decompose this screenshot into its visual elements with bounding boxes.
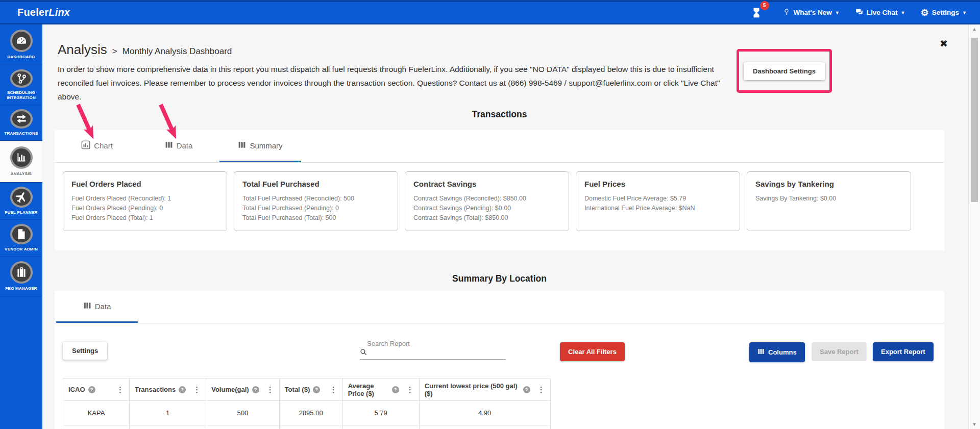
airplane-icon [10,187,33,208]
chevron-down-icon: ▾ [836,10,839,15]
sidebar-item-vendor-admin[interactable]: VENDOR ADMIN [0,220,42,257]
column-menu-icon[interactable]: ⋮ [115,385,125,394]
tab-summary[interactable]: Summary [219,130,301,162]
gauge-icon [10,30,33,52]
help-icon[interactable]: ? [392,386,399,393]
cell-icao: KAPA [63,401,130,425]
column-header-label: Average Price ($) [348,382,389,397]
summary-by-location-panel: Data Settings Search Report Clear All Fi… [55,291,944,429]
report-toolbar: Settings Search Report Clear All Filters… [55,323,944,370]
card-fuel-orders-placed: Fuel Orders Placed Fuel Orders Placed (R… [63,171,227,231]
chevron-down-icon: ▾ [963,10,966,15]
sidebar-item-dashboard[interactable]: DASHBOARD [0,24,42,65]
page-subtitle: Monthly Analysis Dashboard [122,46,232,57]
clear-all-filters-button[interactable]: Clear All Filters [560,342,625,361]
help-icon[interactable]: ? [252,386,259,393]
git-branch-icon [10,69,33,88]
document-icon [10,224,33,244]
card-contract-savings: Contract Savings Contract Savings (Recon… [405,171,569,231]
columns-bars-icon [238,141,246,150]
notification-badge: 5 [760,1,769,10]
column-header-label: Current lowest price (500 gal) ($) [425,382,520,397]
sidebar-navigation: DASHBOARD SCHEDULING INTEGRATION TRANSAC… [0,24,42,429]
whats-new-dropdown[interactable]: What's New ▾ [782,8,839,17]
column-menu-icon[interactable]: ⋮ [192,385,202,394]
summary-by-location-heading: Summary By Location [55,273,944,284]
table-row[interactable]: KAPA 1 500 2895.00 5.79 4.90 [63,401,551,425]
summary-tabs: Data [55,291,944,323]
cell-volume: 500 [206,401,279,425]
card-total-fuel-purchased: Total Fuel Purchased Total Fuel Purchase… [234,171,398,231]
sidebar-item-transactions[interactable]: TRANSACTIONS [0,105,42,141]
column-menu-icon[interactable]: ⋮ [329,385,338,394]
cell-average-price: 5.79 [342,401,419,425]
tab-data[interactable]: Data [138,130,219,162]
scroll-up-arrow-icon[interactable]: ▲ [969,24,980,34]
column-menu-icon[interactable]: ⋮ [536,385,546,394]
help-icon[interactable]: ? [179,386,186,393]
intro-text: In order to show more comprehensive data… [58,62,744,104]
search-report-field: Search Report [360,340,506,360]
summary-cards: Fuel Orders Placed Fuel Orders Placed (R… [55,163,944,240]
summary-by-location-table: ICAO?⋮ Transactions?⋮ Volume(gal)?⋮ Tota… [63,378,551,429]
transactions-panel: Chart Data Summary Fuel Orders Placed Fu… [55,130,944,250]
columns-button[interactable]: Columns [749,342,805,362]
column-header-label: Volume(gal) [211,386,249,393]
export-report-button[interactable]: Export Report [873,342,934,361]
chat-bubbles-icon [855,8,864,18]
hourglass-icon [751,7,762,20]
cell-current-lowest-price: 4.90 [419,401,550,425]
help-icon[interactable]: ? [88,386,95,393]
top-navigation-bar: FuelerLinx 5 What's New ▾ Live Chat ▾ ⚙ … [0,0,980,24]
table-row-partial [63,425,551,429]
transactions-section-heading: Transactions [55,109,944,120]
columns-bars-icon [757,348,765,357]
search-icon [360,348,368,358]
column-header-label: Transactions [135,386,176,393]
columns-bars-icon [83,301,91,311]
column-header-label: ICAO [68,386,85,393]
column-menu-icon[interactable]: ⋮ [265,385,275,394]
scrollbar-thumb[interactable] [971,38,978,202]
lightbulb-icon [782,8,791,17]
sidebar-item-fbo-manager[interactable]: FBO MANAGER [0,257,42,296]
settings-dropdown[interactable]: ⚙ Settings ▾ [921,8,966,17]
app-logo: FuelerLinx [17,7,70,18]
sidebar-item-scheduling-integration[interactable]: SCHEDULING INTEGRATION [0,65,42,105]
card-savings-by-tankering: Savings by Tankering Savings By Tankerin… [747,171,911,231]
notifications-button[interactable]: 5 [751,5,766,20]
vertical-scrollbar[interactable]: ▲ ▼ [968,24,980,429]
search-report-input[interactable] [368,349,506,358]
scroll-down-arrow-icon[interactable]: ▼ [969,420,980,429]
tab-chart[interactable]: Chart [56,130,138,162]
gear-icon: ⚙ [921,8,929,17]
cell-transactions: 1 [130,401,206,425]
cell-total: 2895.00 [279,401,342,425]
transactions-tabs: Chart Data Summary [55,130,944,163]
help-icon[interactable]: ? [523,386,530,393]
settings-button[interactable]: Settings [63,342,107,360]
sidebar-item-fuel-planner[interactable]: FUEL PLANNER [0,183,42,220]
main-content: Analysis > Monthly Analysis Dashboard ✖ … [42,24,968,429]
bar-chart-icon [10,146,33,169]
chart-box-icon [81,140,90,151]
column-menu-icon[interactable]: ⋮ [405,385,415,394]
help-icon[interactable]: ? [313,386,320,393]
search-report-label: Search Report [367,340,506,347]
save-report-button[interactable]: Save Report [812,342,867,361]
dashboard-settings-button[interactable]: Dashboard Settings [744,62,825,80]
columns-bars-icon [165,141,173,150]
live-chat-dropdown[interactable]: Live Chat ▾ [855,8,904,18]
breadcrumb: Analysis > Monthly Analysis Dashboard [58,42,232,58]
close-icon[interactable]: ✖ [940,39,948,48]
sidebar-item-analysis[interactable]: ANALYSIS [0,141,42,183]
card-fuel-prices: Fuel Prices Domestic Fuel Price Average:… [576,171,740,231]
page-title: Analysis [58,42,107,58]
briefcase-icon [10,261,33,284]
tab-location-data[interactable]: Data [56,291,138,323]
dashboard-settings-annotation-box: Dashboard Settings [737,49,832,93]
chevron-down-icon: ▾ [902,10,904,15]
column-header-label: Total ($) [285,386,310,393]
swap-arrows-icon [10,109,33,129]
